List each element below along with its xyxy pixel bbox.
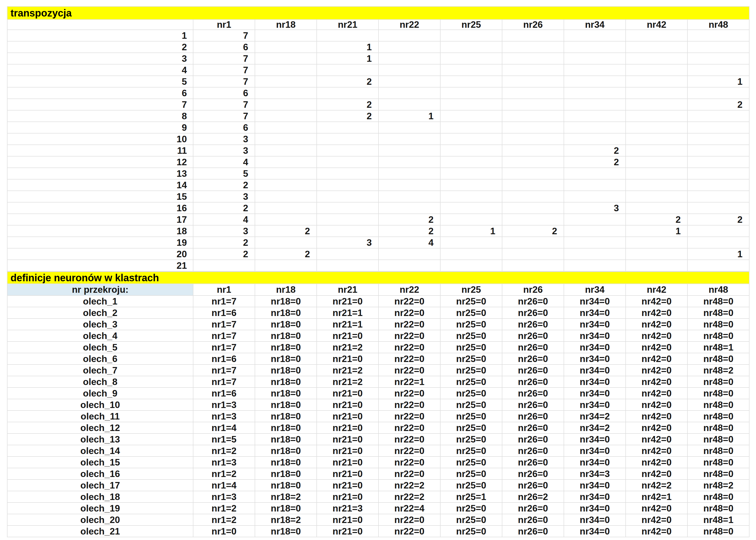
- column-header-nr26[interactable]: nr26: [502, 20, 564, 30]
- definitions-cell-olech_15-nr1[interactable]: nr1=3: [193, 457, 255, 468]
- transposition-cell-9-nr34[interactable]: [564, 122, 626, 133]
- definitions-row-label-olech_16[interactable]: olech_16: [7, 468, 193, 479]
- transposition-cell-20-nr21[interactable]: [317, 248, 379, 260]
- definitions-cell-olech_8-nr18[interactable]: nr18=0: [255, 376, 317, 387]
- definitions-cell-olech_19-nr26[interactable]: nr26=0: [502, 502, 564, 514]
- transposition-cell-11-nr22[interactable]: [379, 145, 440, 156]
- definitions-cell-olech_17-nr25[interactable]: nr25=0: [440, 479, 502, 491]
- transposition-cell-15-nr42[interactable]: [626, 191, 687, 202]
- definitions-cell-olech_6-nr18[interactable]: nr18=0: [255, 353, 317, 364]
- column-header-nr22[interactable]: nr22: [379, 20, 440, 30]
- definitions-cell-olech_3-nr26[interactable]: nr26=0: [502, 319, 564, 330]
- transposition-cell-2-nr1[interactable]: 6: [193, 41, 255, 53]
- transposition-row-label-13[interactable]: 13: [7, 168, 193, 179]
- definitions-cell-olech_11-nr34[interactable]: nr34=2: [564, 411, 626, 422]
- definitions-cell-olech_8-nr21[interactable]: nr21=2: [317, 376, 379, 387]
- definitions-cell-olech_18-nr42[interactable]: nr42=1: [626, 491, 687, 502]
- definitions-column-header-nr26[interactable]: nr26: [502, 284, 564, 296]
- transposition-cell-2-nr22[interactable]: [379, 41, 440, 53]
- transposition-cell-18-nr34[interactable]: [564, 225, 626, 237]
- definitions-cell-olech_5-nr48[interactable]: nr48=1: [687, 341, 749, 353]
- definitions-row-label-olech_7[interactable]: olech_7: [7, 364, 193, 376]
- transposition-cell-5-nr25[interactable]: [440, 76, 502, 87]
- definitions-cell-olech_9-nr18[interactable]: nr18=0: [255, 387, 317, 399]
- definitions-row-label-olech_17[interactable]: olech_17: [7, 479, 193, 491]
- transposition-cell-6-nr48[interactable]: [687, 87, 749, 99]
- definitions-cell-olech_18-nr25[interactable]: nr25=1: [440, 491, 502, 502]
- definitions-cell-olech_15-nr42[interactable]: nr42=0: [626, 457, 687, 468]
- transposition-cell-2-nr34[interactable]: [564, 41, 626, 53]
- definitions-row-label-olech_4[interactable]: olech_4: [7, 330, 193, 341]
- definitions-cell-olech_4-nr25[interactable]: nr25=0: [440, 330, 502, 341]
- definitions-cell-olech_12-nr26[interactable]: nr26=0: [502, 422, 564, 434]
- definitions-cell-olech_21-nr48[interactable]: nr48=0: [687, 525, 749, 537]
- transposition-row-label-17[interactable]: 17: [7, 214, 193, 225]
- transposition-cell-12-nr21[interactable]: [317, 156, 379, 168]
- definitions-cell-olech_6-nr1[interactable]: nr1=6: [193, 353, 255, 364]
- transposition-cell-17-nr21[interactable]: [317, 214, 379, 225]
- definitions-cell-olech_16-nr34[interactable]: nr34=3: [564, 468, 626, 479]
- transposition-cell-3-nr42[interactable]: [626, 53, 687, 64]
- transposition-cell-15-nr48[interactable]: [687, 191, 749, 202]
- definitions-cell-olech_8-nr25[interactable]: nr25=0: [440, 376, 502, 387]
- definitions-cell-olech_21-nr42[interactable]: nr42=0: [626, 525, 687, 537]
- definitions-cell-olech_8-nr22[interactable]: nr22=1: [379, 376, 440, 387]
- transposition-cell-14-nr18[interactable]: [255, 179, 317, 191]
- transposition-cell-2-nr42[interactable]: [626, 41, 687, 53]
- definitions-row-label-olech_1[interactable]: olech_1: [7, 296, 193, 307]
- transposition-cell-10-nr42[interactable]: [626, 133, 687, 145]
- definitions-cell-olech_6-nr22[interactable]: nr22=0: [379, 353, 440, 364]
- transposition-cell-14-nr1[interactable]: 2: [193, 179, 255, 191]
- column-header-nr48[interactable]: nr48: [687, 20, 749, 30]
- transposition-cell-11-nr21[interactable]: [317, 145, 379, 156]
- definitions-cell-olech_13-nr25[interactable]: nr25=0: [440, 434, 502, 445]
- transposition-cell-8-nr18[interactable]: [255, 110, 317, 122]
- definitions-cell-olech_14-nr18[interactable]: nr18=0: [255, 445, 317, 457]
- transposition-cell-20-nr1[interactable]: 2: [193, 248, 255, 260]
- transposition-cell-17-nr25[interactable]: [440, 214, 502, 225]
- transposition-cell-3-nr25[interactable]: [440, 53, 502, 64]
- transposition-cell-18-nr48[interactable]: [687, 225, 749, 237]
- transposition-cell-17-nr26[interactable]: [502, 214, 564, 225]
- transposition-cell-11-nr25[interactable]: [440, 145, 502, 156]
- transposition-cell-15-nr26[interactable]: [502, 191, 564, 202]
- transposition-cell-21-nr1[interactable]: [193, 260, 255, 271]
- definitions-cell-olech_19-nr25[interactable]: nr25=0: [440, 502, 502, 514]
- transposition-cell-4-nr21[interactable]: [317, 64, 379, 76]
- definitions-cell-olech_20-nr22[interactable]: nr22=0: [379, 514, 440, 525]
- transposition-cell-15-nr34[interactable]: [564, 191, 626, 202]
- transposition-cell-18-nr22[interactable]: 2: [379, 225, 440, 237]
- definitions-cell-olech_19-nr18[interactable]: nr18=0: [255, 502, 317, 514]
- transposition-cell-10-nr18[interactable]: [255, 133, 317, 145]
- transposition-cell-6-nr42[interactable]: [626, 87, 687, 99]
- definitions-cell-olech_12-nr22[interactable]: nr22=0: [379, 422, 440, 434]
- definitions-cell-olech_14-nr26[interactable]: nr26=0: [502, 445, 564, 457]
- definitions-cell-olech_12-nr25[interactable]: nr25=0: [440, 422, 502, 434]
- definitions-row-label-olech_9[interactable]: olech_9: [7, 387, 193, 399]
- definitions-cell-olech_13-nr42[interactable]: nr42=0: [626, 434, 687, 445]
- transposition-cell-10-nr1[interactable]: 3: [193, 133, 255, 145]
- transposition-row-label-16[interactable]: 16: [7, 202, 193, 214]
- definitions-column-header-nr48[interactable]: nr48: [687, 284, 749, 296]
- transposition-cell-17-nr18[interactable]: [255, 214, 317, 225]
- definitions-cell-olech_12-nr21[interactable]: nr21=0: [317, 422, 379, 434]
- definitions-cell-olech_7-nr21[interactable]: nr21=2: [317, 364, 379, 376]
- definitions-column-header-nr22[interactable]: nr22: [379, 284, 440, 296]
- transposition-cell-2-nr21[interactable]: 1: [317, 41, 379, 53]
- definitions-cell-olech_7-nr1[interactable]: nr1=7: [193, 364, 255, 376]
- definitions-cell-olech_21-nr21[interactable]: nr21=0: [317, 525, 379, 537]
- transposition-cell-12-nr18[interactable]: [255, 156, 317, 168]
- definitions-cell-olech_18-nr22[interactable]: nr22=2: [379, 491, 440, 502]
- transposition-cell-20-nr42[interactable]: [626, 248, 687, 260]
- transposition-cell-20-nr25[interactable]: [440, 248, 502, 260]
- definitions-cell-olech_6-nr42[interactable]: nr42=0: [626, 353, 687, 364]
- transposition-cell-10-nr22[interactable]: [379, 133, 440, 145]
- transposition-cell-21-nr26[interactable]: [502, 260, 564, 271]
- definitions-cell-olech_3-nr34[interactable]: nr34=0: [564, 319, 626, 330]
- transposition-cell-2-nr25[interactable]: [440, 41, 502, 53]
- transposition-cell-21-nr42[interactable]: [626, 260, 687, 271]
- definitions-cell-olech_11-nr21[interactable]: nr21=0: [317, 411, 379, 422]
- transposition-cell-21-nr48[interactable]: [687, 260, 749, 271]
- transposition-cell-7-nr21[interactable]: 2: [317, 99, 379, 110]
- transposition-cell-6-nr21[interactable]: [317, 87, 379, 99]
